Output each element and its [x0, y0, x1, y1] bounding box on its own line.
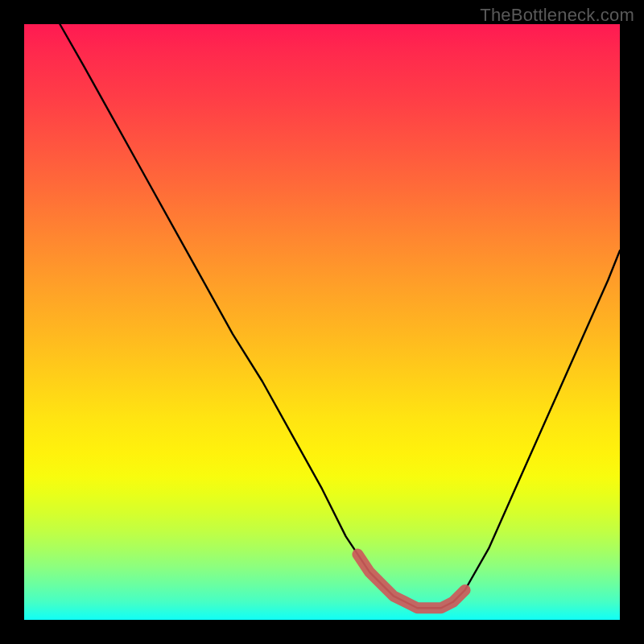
watermark-text: TheBottleneck.com: [480, 5, 634, 26]
chart-frame: TheBottleneck.com: [0, 0, 644, 644]
optimal-range-highlight: [357, 555, 464, 609]
curve-svg: [24, 24, 620, 620]
bottleneck-curve: [60, 24, 620, 608]
plot-area: [24, 24, 620, 620]
